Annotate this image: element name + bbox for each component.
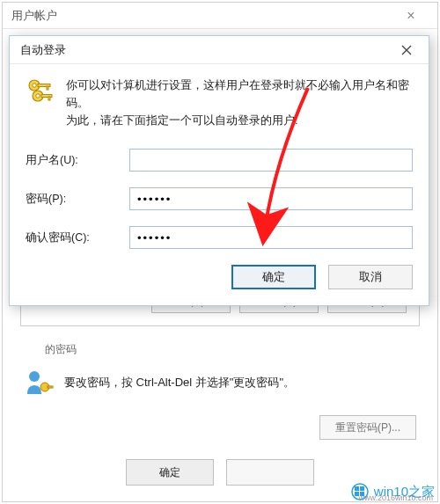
svg-point-0 bbox=[29, 371, 40, 382]
confirm-label: 确认密码(C): bbox=[26, 230, 129, 245]
password-hint-text: 要改密码，按 Ctrl-Alt-Del 并选择"更改密码"。 bbox=[64, 375, 295, 391]
password-input[interactable] bbox=[129, 187, 413, 210]
modal-body: 你可以对计算机进行设置，这样用户在登录时就不必输入用户名和密码。 为此，请在下面… bbox=[10, 64, 429, 305]
password-label: 密码(P): bbox=[26, 192, 129, 207]
modal-title: 自动登录 bbox=[20, 42, 66, 58]
modal-form: 用户名(U): 密码(P): 确认密码(C): bbox=[26, 149, 413, 249]
outer-footer: 确定 bbox=[3, 459, 437, 486]
reset-password-button[interactable]: 重置密码(P)... bbox=[319, 415, 416, 440]
auto-login-dialog: 自动登录 你可以对计算机进行设置，这样用户在登录时就不必输入用户名和密码。 bbox=[9, 35, 429, 306]
user-key-icon bbox=[24, 368, 54, 398]
password-section: 的密码 要改密码，按 Ctrl-Alt-Del 并选择"更改密码"。 重置密码(… bbox=[20, 342, 420, 440]
password-hint-row: 要改密码，按 Ctrl-Alt-Del 并选择"更改密码"。 bbox=[20, 362, 420, 403]
username-row: 用户名(U): bbox=[26, 149, 413, 172]
svg-rect-15 bbox=[48, 97, 50, 100]
modal-intro-text: 你可以对计算机进行设置，这样用户在登录时就不必输入用户名和密码。 为此，请在下面… bbox=[66, 77, 413, 129]
outer-blank-button[interactable] bbox=[226, 459, 314, 486]
confirm-input[interactable] bbox=[129, 226, 413, 249]
password-row: 密码(P): bbox=[26, 187, 413, 210]
watermark-sub: www.2016win10.com bbox=[358, 493, 433, 502]
svg-rect-11 bbox=[47, 86, 48, 90]
close-icon[interactable] bbox=[392, 40, 422, 61]
username-label: 用户名(U): bbox=[26, 153, 129, 168]
outer-close-button[interactable]: × bbox=[393, 3, 429, 29]
username-input[interactable] bbox=[129, 149, 413, 172]
svg-point-13 bbox=[36, 94, 40, 98]
outer-ok-button[interactable]: 确定 bbox=[126, 459, 214, 486]
svg-rect-4 bbox=[355, 486, 359, 491]
ok-button[interactable]: 确定 bbox=[231, 265, 316, 289]
confirm-row: 确认密码(C): bbox=[26, 226, 413, 249]
cancel-button[interactable]: 取消 bbox=[328, 265, 413, 289]
modal-intro: 你可以对计算机进行设置，这样用户在登录时就不必输入用户名和密码。 为此，请在下面… bbox=[26, 77, 413, 129]
keys-icon bbox=[26, 77, 55, 106]
svg-rect-5 bbox=[360, 486, 364, 491]
intro-line1: 你可以对计算机进行设置，这样用户在登录时就不必输入用户名和密码。 bbox=[66, 77, 413, 112]
svg-point-9 bbox=[33, 84, 36, 87]
outer-window-title: 用户帐户 bbox=[11, 3, 57, 29]
outer-titlebar: 用户帐户 × bbox=[3, 3, 437, 29]
svg-rect-2 bbox=[48, 386, 53, 388]
intro-line2: 为此，请在下面指定一个可以自动登录的用户: bbox=[66, 112, 413, 129]
modal-titlebar: 自动登录 bbox=[10, 36, 429, 64]
watermark: win10之家 www.2016win10.com bbox=[351, 483, 435, 500]
modal-button-row: 确定 取消 bbox=[26, 265, 413, 289]
password-section-title: 的密码 bbox=[45, 342, 420, 357]
